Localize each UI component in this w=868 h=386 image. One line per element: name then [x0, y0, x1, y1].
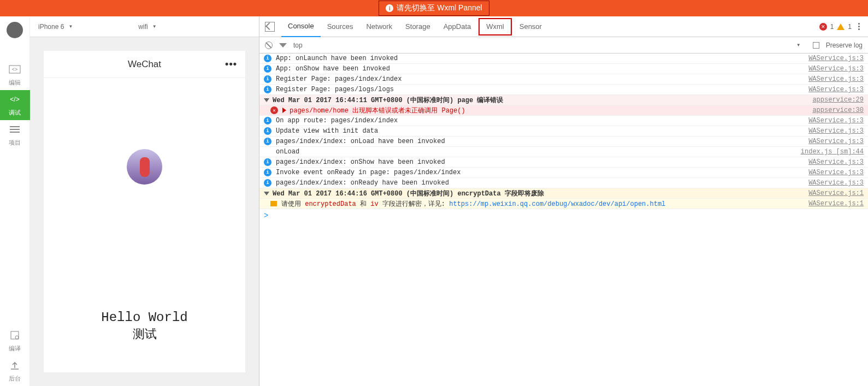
clear-console-icon[interactable] — [265, 41, 273, 49]
console-line: iRegister Page: pages/logs/logsWAService… — [259, 85, 868, 95]
tab-network[interactable]: Network — [359, 16, 399, 37]
tab-appdata[interactable]: AppData — [437, 16, 478, 37]
error-count-icon[interactable]: ✕ — [819, 23, 827, 31]
tab-wxml[interactable]: Wxml — [479, 18, 512, 35]
info-icon: i — [264, 127, 271, 135]
tab-sources[interactable]: Sources — [321, 16, 360, 37]
app-body: Hello World 测试 — [44, 78, 245, 372]
source-link[interactable]: appservice:29 — [812, 96, 864, 104]
device-name: iPhone 6 — [38, 23, 64, 31]
console-line: ✕pages/home/home 出现脚本错误或者未正确调用 Page()app… — [259, 105, 868, 116]
console-line: iRegister Page: pages/index/indexWAServi… — [259, 74, 868, 85]
simulator-panel: iPhone 6 ▼ wifi ▼ WeChat ••• Hello World… — [30, 16, 259, 386]
tab-console[interactable]: Console — [281, 16, 321, 37]
info-icon: i — [264, 169, 271, 176]
info-icon: i — [386, 4, 393, 12]
source-link[interactable]: WAService.js:3 — [808, 86, 864, 93]
console-line: iApp: onShow have been invokedWAService.… — [259, 64, 868, 74]
banner-text: 请先切换至 Wxml Pannel — [397, 3, 482, 13]
chevron-down-icon[interactable]: ▼ — [796, 43, 801, 47]
preserve-log-label: Preserve log — [826, 41, 863, 49]
compile-icon — [9, 329, 21, 341]
source-link[interactable]: WAService.js:3 — [808, 65, 864, 73]
rail-label: 后台 — [9, 375, 21, 383]
menu-icon — [9, 123, 21, 135]
source-link[interactable]: WAService.js:1 — [808, 200, 864, 207]
info-icon: i — [264, 179, 271, 187]
element-picker-icon[interactable] — [265, 22, 275, 32]
source-link[interactable]: WAService.js:3 — [808, 138, 864, 145]
console-line: ipages/index/index: onReady have been in… — [259, 178, 868, 188]
rail-compile[interactable]: 编译 — [0, 326, 30, 356]
warn-icon — [270, 201, 277, 206]
rail-label: 项目 — [9, 139, 21, 147]
source-link[interactable]: WAService.js:1 — [808, 189, 864, 197]
source-link[interactable]: WAService.js:3 — [808, 158, 864, 166]
console-line: 请使用 encryptedData 和 iv 字段进行解密，详见: https:… — [259, 199, 868, 209]
banner-highlight: i 请先切换至 Wxml Pannel — [379, 1, 489, 16]
tab-sensor[interactable]: Sensor — [513, 16, 548, 37]
rail-label: 编译 — [9, 345, 21, 353]
source-link[interactable]: WAService.js:3 — [808, 75, 864, 83]
info-icon: i — [264, 158, 271, 166]
info-icon: i — [264, 55, 271, 62]
context-select[interactable]: top — [293, 41, 303, 49]
console-filter-bar: top ▼ Preserve log — [259, 37, 868, 54]
upload-icon — [9, 359, 21, 371]
hello-world-text: Hello World — [101, 310, 187, 325]
network-select[interactable]: wifi ▼ — [138, 23, 156, 31]
kebab-menu-icon[interactable] — [855, 23, 863, 30]
simulator-toolbar: iPhone 6 ▼ wifi ▼ — [30, 16, 259, 37]
collapse-icon[interactable] — [264, 192, 269, 195]
source-link[interactable]: WAService.js:3 — [808, 55, 864, 62]
console-line: onLoadindex.js [sm]:44 — [259, 147, 868, 157]
console-line: Wed Mar 01 2017 16:44:16 GMT+0800 (中国标准时… — [259, 188, 868, 199]
warn-count: 1 — [848, 23, 852, 31]
error-icon: ✕ — [270, 106, 278, 114]
rail-project[interactable]: 项目 — [0, 120, 30, 150]
devtools-panel: Console Sources Network Storage AppData … — [259, 16, 868, 386]
collapse-icon[interactable] — [264, 98, 269, 102]
source-link[interactable]: index.js [sm]:44 — [801, 148, 864, 156]
source-link[interactable]: WAService.js:3 — [808, 169, 864, 176]
rail-debug[interactable]: </> 调试 — [0, 90, 30, 120]
info-icon: i — [264, 86, 271, 93]
source-link[interactable]: WAService.js:3 — [808, 117, 864, 124]
chevron-down-icon: ▼ — [152, 24, 157, 29]
console-line: Wed Mar 01 2017 16:44:11 GMT+0800 (中国标准时… — [259, 95, 868, 105]
device-select[interactable]: iPhone 6 ▼ — [38, 23, 73, 31]
user-avatar[interactable] — [7, 22, 23, 38]
source-link[interactable]: WAService.js:3 — [808, 179, 864, 187]
info-icon: i — [264, 138, 271, 145]
svg-text:</>: </> — [10, 96, 19, 103]
console-line: ipages/index/index: onLoad have been inv… — [259, 136, 868, 147]
console-prompt[interactable]: > — [259, 209, 868, 222]
app-avatar[interactable] — [127, 149, 162, 185]
info-icon: i — [264, 75, 271, 83]
rail-label: 调试 — [9, 109, 21, 117]
devtools-tabs: Console Sources Network Storage AppData … — [259, 16, 868, 37]
rail-label: 编辑 — [9, 79, 21, 87]
more-icon[interactable]: ••• — [225, 58, 237, 70]
console-line: iApp: onLaunch have been invokedWAServic… — [259, 54, 868, 64]
app-navbar: WeChat ••• — [44, 51, 245, 78]
app-title: WeChat — [128, 59, 161, 70]
source-link[interactable]: appservice:30 — [812, 106, 864, 114]
warn-count-icon[interactable] — [837, 23, 845, 30]
preserve-log-checkbox[interactable] — [813, 42, 819, 49]
tab-storage[interactable]: Storage — [399, 16, 437, 37]
info-icon: i — [264, 117, 271, 124]
console-output[interactable]: iApp: onLaunch have been invokedWAServic… — [259, 54, 868, 386]
left-rail: <> 编辑 </> 调试 项目 编译 后台 — [0, 16, 30, 386]
status-indicators: ✕1 1 — [819, 23, 863, 31]
svg-text:<>: <> — [12, 67, 18, 72]
console-line: iOn app route: pages/index/indexWAServic… — [259, 116, 868, 126]
rail-backend[interactable]: 后台 — [0, 356, 30, 386]
expand-icon[interactable] — [282, 108, 286, 113]
chevron-down-icon: ▼ — [68, 24, 73, 29]
rail-edit[interactable]: <> 编辑 — [0, 60, 30, 90]
filter-icon[interactable] — [279, 43, 287, 47]
info-icon: i — [264, 65, 271, 73]
source-link[interactable]: WAService.js:3 — [808, 127, 864, 135]
debug-icon: </> — [9, 93, 21, 105]
